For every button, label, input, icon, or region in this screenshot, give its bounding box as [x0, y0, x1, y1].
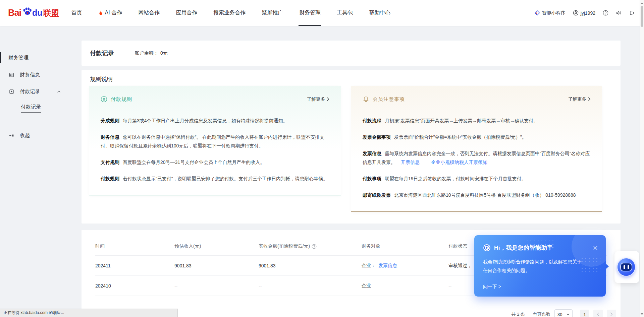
rule-paragraph: 付款规则若付款状态显示“已支付”，说明联盟已安排了您的付款。支付后三个工作日内到… — [101, 174, 329, 183]
nav-website-cooperation[interactable]: 网站合作 — [138, 0, 160, 26]
chevron-right-icon — [588, 97, 591, 101]
logo-text-du: du — [32, 8, 43, 18]
cell-actual: -- — [259, 283, 362, 289]
help-icon[interactable] — [603, 10, 608, 16]
main-nav: 首页 AI 合作 网站合作 应用合作 搜索业务合作 聚屏推广 财务管理 工具包 … — [71, 0, 406, 26]
chevron-right-icon — [610, 312, 613, 316]
user-account[interactable]: jyj1992 — [573, 10, 595, 16]
payment-rules-more-link[interactable]: 了解更多 — [307, 96, 329, 102]
browser-status-bar: 正在等待 xlab.baidu.com 的响应... — [0, 309, 178, 317]
account-balance: 账户余额：0元 — [135, 50, 168, 56]
compass-icon — [483, 244, 491, 252]
rule-paragraph: 发票金额事项发票票面“价税合计”金额=系统中“实收金额（扣除税费后/元）”。 — [363, 133, 591, 141]
cell-estimated: -- — [174, 283, 259, 289]
invoice-info-row-link[interactable]: 发票信息 — [378, 263, 397, 268]
window-scrollbar[interactable] — [640, 0, 644, 317]
rule-paragraph: 财务信息您可以在财务信息中选择“保留付款”。 在此期间您产生的收入将在账户内进行… — [101, 133, 329, 150]
next-page-button[interactable] — [607, 310, 616, 317]
sidebar: 财务管理 财务信息 付款记录 付款记录 收起 — [0, 26, 72, 317]
chevron-right-icon — [327, 97, 329, 101]
baidu-union-logo[interactable]: Bai du 联盟 — [8, 0, 59, 26]
payment-rules-box: 付款规则 了解更多 分成规则每月第3或4个工作日产出上月分成信息及发票信息，如有… — [89, 86, 341, 195]
close-icon[interactable] — [593, 246, 598, 250]
robot-icon — [621, 263, 632, 271]
col-estimated-income: 预估收入(元) — [174, 243, 259, 249]
question-circle-icon[interactable] — [312, 244, 317, 249]
chevron-left-icon — [597, 312, 599, 316]
scrollbar-down-arrow[interactable] — [640, 312, 644, 316]
ask-now-link[interactable]: 问一下 > — [483, 284, 501, 290]
member-notice-title: 会员注意事项 — [373, 96, 405, 103]
nav-finance-management[interactable]: 财务管理 — [299, 0, 321, 26]
cell-estimated: 9001.83 — [174, 263, 259, 268]
rule-paragraph: 发票信息需与系统内发票信息内容完全一致，否则无法支付。请根据发票信息页面中“百度… — [363, 149, 591, 167]
nav-screen-promotion[interactable]: 聚屏推广 — [261, 0, 284, 26]
logo-text-bai: Bai — [8, 8, 21, 18]
nav-toolkit[interactable]: 工具包 — [336, 0, 354, 26]
scrollbar-thumb[interactable] — [641, 6, 643, 27]
page-number-button[interactable]: 1 — [580, 310, 589, 317]
popup-pointer — [605, 263, 609, 269]
rule-paragraph: 支付规则百度联盟会在每月20号—31号支付企业会员上个自然月产生的收入。 — [101, 158, 329, 167]
balance-label: 账户余额： — [135, 50, 158, 56]
cell-finance-object: 企业： 发票信息 — [362, 263, 448, 269]
rule-paragraph: 付款流程月初按“发票信息”页面开具发票→上传发票→邮寄发票→审核→确认支付。 — [363, 116, 591, 125]
logo-text-union: 联盟 — [43, 8, 59, 18]
sidebar-divider — [0, 125, 72, 125]
nav-home[interactable]: 首页 — [71, 0, 83, 26]
rules-card: 规则说明 付款规则 了解更多 分成规则每月第3或4个工作日产出上月分成信息及发票… — [82, 70, 621, 224]
speaker-icon[interactable] — [616, 10, 622, 16]
col-finance-object: 财务对象 — [362, 243, 448, 249]
chevron-up-icon — [57, 89, 61, 94]
member-notice-box: 会员注意事项 了解更多 付款流程月初按“发票信息”页面开具发票→上传发票→邮寄发… — [351, 86, 602, 212]
col-actual-amount: 实收金额(扣除税费后/元) — [259, 243, 362, 249]
status-text: 正在等待 xlab.baidu.com 的响应... — [3, 310, 64, 315]
page-title: 付款记录 — [90, 49, 114, 57]
miniapp-entry[interactable]: 智能小程序 — [534, 10, 566, 16]
member-notice-icon — [363, 96, 369, 103]
cell-time: 202410 — [95, 283, 174, 289]
scrollbar-up-arrow[interactable] — [640, 1, 644, 5]
sidebar-item-finance-management[interactable]: 财务管理 — [0, 51, 72, 64]
sidebar-item-payment-records[interactable]: 付款记录 — [0, 85, 72, 98]
finance-info-icon — [9, 72, 14, 78]
pagination: 共 2 条 每页条数 30 1 — [512, 309, 616, 317]
invoice-info-link[interactable]: 开票信息 — [401, 160, 420, 165]
top-navbar: Bai du 联盟 首页 AI 合作 网站合作 应用合作 搜索业务合作 聚屏推广… — [0, 0, 644, 26]
nav-search-cooperation[interactable]: 搜索业务合作 — [213, 0, 246, 26]
baidu-paw-icon — [21, 6, 33, 17]
sidebar-subitem-payment-records[interactable]: 付款记录 — [0, 102, 72, 115]
per-page-select[interactable]: 30 — [554, 309, 573, 317]
collapse-icon — [9, 133, 14, 138]
robot-assistant-button[interactable] — [617, 258, 636, 276]
cell-finance-object: 企业 — [362, 283, 448, 289]
sidebar-collapse-button[interactable]: 收起 — [0, 129, 72, 142]
logout-icon[interactable] — [629, 10, 635, 16]
member-notice-more-link[interactable]: 了解更多 — [568, 96, 591, 102]
chevron-down-icon — [567, 313, 570, 315]
small-taxpayer-guide-link[interactable]: 企业小规模纳税人开票须知 — [431, 160, 487, 165]
miniapp-icon — [534, 10, 540, 16]
rule-paragraph: 分成规则每月第3或4个工作日产出上月分成信息及发票信息，如有特殊情况将提前通知。 — [101, 116, 329, 125]
cell-time: 202411 — [95, 263, 174, 268]
sidebar-item-finance-info[interactable]: 财务信息 — [0, 68, 72, 81]
nav-app-cooperation[interactable]: 应用合作 — [175, 0, 198, 26]
rule-paragraph: 付款事项联盟在每月19日之后签收的发票，付款时间安排在下个月首批支付。 — [363, 174, 591, 183]
navbar-right: 智能小程序 jyj1992 — [534, 0, 635, 26]
nav-help-center[interactable]: 帮助中心 — [368, 0, 391, 26]
payment-record-icon — [9, 89, 14, 94]
prev-page-button[interactable] — [593, 310, 603, 317]
per-page-label: 每页条数 — [533, 311, 550, 317]
nav-ai-cooperation[interactable]: AI 合作 — [98, 0, 123, 26]
rules-section-title: 规则说明 — [90, 75, 113, 83]
user-icon — [573, 10, 579, 16]
col-time: 时间 — [95, 243, 174, 249]
pagination-total: 共 2 条 — [512, 311, 525, 317]
assistant-popup: Hi，我是您的智能助手 我会帮助您诊断合作链路问题，以及解答您关于任何合作相关的… — [474, 235, 606, 297]
balance-value: 0元 — [160, 50, 168, 56]
payment-rules-title: 付款规则 — [111, 96, 132, 103]
rule-paragraph: 邮寄纸质发票北京市海淀区西北旺东路10号院百度科技园5号楼 百度联盟财务组（收）… — [363, 191, 591, 199]
flame-icon — [98, 10, 103, 16]
assistant-title: Hi，我是您的智能助手 — [494, 244, 553, 252]
cell-actual: 9001.83 — [259, 263, 362, 268]
